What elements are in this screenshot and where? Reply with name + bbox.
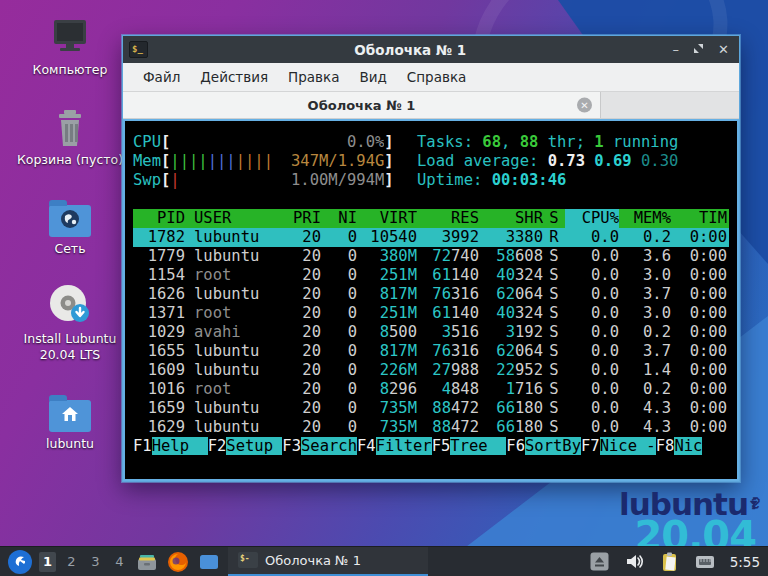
home-folder-icon <box>8 388 132 432</box>
desktop-icon-label: Компьютер <box>8 62 132 78</box>
fkey-f7[interactable]: F7Nice - <box>581 437 656 456</box>
terminal-task-icon: $- <box>238 552 258 568</box>
system-tray: 5:55 <box>588 550 760 574</box>
tab-label: Оболочка № 1 <box>123 98 600 113</box>
fkey-f3[interactable]: F3Search <box>282 437 357 456</box>
column-header-cpupct[interactable]: CPU% <box>565 209 619 228</box>
process-row[interactable]: 1154root200251M6114040324S0.03.00:00 <box>133 266 729 285</box>
menu-view[interactable]: Вид <box>349 65 396 89</box>
window-titlebar[interactable]: $_ Оболочка № 1 – ✕ <box>123 36 739 63</box>
process-row[interactable]: 1609lubuntu200226M2798822952S0.01.40:00 <box>133 361 729 380</box>
column-header-shr[interactable]: SHR <box>479 209 543 228</box>
menu-edit[interactable]: Правка <box>278 65 349 89</box>
desktop-icon-network[interactable]: Сеть <box>8 193 132 257</box>
hummingbird-logo-icon: 🕏 <box>748 496 762 512</box>
process-row[interactable]: 1371root200251M6114040324S0.03.00:00 <box>133 304 729 323</box>
column-header-virt[interactable]: VIRT <box>357 209 417 228</box>
taskbar-clock[interactable]: 5:55 <box>728 554 760 570</box>
taskbar-task-button[interactable]: $- Оболочка № 1 <box>228 547 428 576</box>
desktop-icon-home[interactable]: lubuntu <box>8 388 132 452</box>
process-row[interactable]: 1659lubuntu200735M8847266180S0.04.30:00 <box>133 399 729 418</box>
workspace-3[interactable]: 3 <box>87 552 104 572</box>
terminal-screen[interactable]: CPU[0.0%]Tasks: 68, 88 thr; 1 runningMem… <box>123 119 739 481</box>
task-button-label: Оболочка № 1 <box>265 553 361 568</box>
restore-button[interactable] <box>693 43 704 56</box>
column-header-user[interactable]: USER <box>185 209 281 228</box>
minimize-button[interactable]: – <box>673 43 680 56</box>
swap-meter: Swp[|1.00M/994M]Uptime: 00:03:46 <box>133 171 729 190</box>
process-row[interactable]: 1629lubuntu200735M8847266180S0.04.30:00 <box>133 418 729 437</box>
workspace-4[interactable]: 4 <box>111 552 128 572</box>
fkey-f5[interactable]: F5Tree <box>432 437 507 456</box>
htop-meters: CPU[0.0%]Tasks: 68, 88 thr; 1 runningMem… <box>133 133 729 190</box>
menu-bar: Файл Действия Правка Вид Справка <box>123 63 739 92</box>
column-header-s[interactable]: S <box>543 209 565 228</box>
workspace-1[interactable]: 1 <box>39 552 56 572</box>
fkey-f6[interactable]: F6SortBy <box>506 437 581 456</box>
install-disc-icon <box>8 283 132 327</box>
workspace-2[interactable]: 2 <box>63 552 80 572</box>
tab-bar: Оболочка № 1 ✕ <box>123 92 739 119</box>
desktop-icon-label: Корзина (пусто) <box>8 152 132 168</box>
qterminal-window: $_ Оболочка № 1 – ✕ Файл Действия Правка… <box>122 35 740 482</box>
blue-app-launcher-icon[interactable] <box>197 550 221 574</box>
process-table-header[interactable]: PIDUSERPRINIVIRTRESSHRSCPU%MEM%TIM <box>133 209 729 228</box>
desktop-icon-label: lubuntu <box>8 436 132 452</box>
fkey-f2[interactable]: F2Setup <box>208 437 283 456</box>
column-header-ni[interactable]: NI <box>321 209 357 228</box>
htop-process-table: PIDUSERPRINIVIRTRESSHRSCPU%MEM%TIM1782lu… <box>133 209 729 437</box>
terminal-tab[interactable]: Оболочка № 1 ✕ <box>123 92 601 118</box>
column-header-pid[interactable]: PID <box>133 209 185 228</box>
tab-close-icon[interactable]: ✕ <box>577 98 592 113</box>
desktop-icon-label: Install Lubuntu 20.04 LTS <box>8 331 132 362</box>
file-manager-launcher-icon[interactable] <box>135 550 159 574</box>
volume-icon[interactable] <box>623 550 647 574</box>
process-row[interactable]: 1029avahi200850035163192S0.00.20:00 <box>133 323 729 342</box>
desktop-icon-install-lubuntu[interactable]: Install Lubuntu 20.04 LTS <box>8 283 132 362</box>
close-button[interactable]: ✕ <box>718 43 729 56</box>
trash-icon <box>8 104 132 148</box>
terminal-app-icon: $_ <box>129 41 148 58</box>
fkey-f4[interactable]: F4Filter <box>357 437 432 456</box>
process-row[interactable]: 1779lubuntu200380M7274058608S0.03.60:00 <box>133 247 729 266</box>
network-folder-icon <box>8 193 132 237</box>
window-title: Оболочка № 1 <box>148 42 673 58</box>
column-header-mempct[interactable]: MEM% <box>619 209 671 228</box>
process-row[interactable]: 1655lubuntu200817M7631662064S0.03.70:00 <box>133 342 729 361</box>
htop-function-key-bar: F1Help F2Setup F3SearchF4FilterF5Tree F6… <box>133 437 729 456</box>
fkey-f1[interactable]: F1Help <box>133 437 208 456</box>
taskbar: 1 2 3 4 $- Оболочка № 1 <box>0 546 768 576</box>
process-row[interactable]: 1016root200829648481716S0.00.20:00 <box>133 380 729 399</box>
network-status-icon[interactable] <box>693 550 717 574</box>
menu-help[interactable]: Справка <box>397 65 476 89</box>
desktop-icon-computer[interactable]: Компьютер <box>8 14 132 78</box>
column-header-res[interactable]: RES <box>417 209 479 228</box>
app-menu-button[interactable] <box>8 550 32 574</box>
fkey-f8[interactable]: F8Nic <box>656 437 703 456</box>
desktop-icon-label: Сеть <box>8 241 132 257</box>
clipboard-icon[interactable] <box>658 550 682 574</box>
column-header-pri[interactable]: PRI <box>281 209 321 228</box>
memory-meter: Mem[|||||||||||347M/1.94G]Load average: … <box>133 152 729 171</box>
desktop: Компьютер Корзина (пусто) <box>0 0 768 576</box>
desktop-icon-trash[interactable]: Корзина (пусто) <box>8 104 132 168</box>
process-row[interactable]: 1626lubuntu200817M7631662064S0.03.70:00 <box>133 285 729 304</box>
menu-file[interactable]: Файл <box>133 65 190 89</box>
column-header-tim[interactable]: TIM <box>671 209 727 228</box>
computer-icon <box>8 14 132 58</box>
firefox-launcher-icon[interactable] <box>166 550 190 574</box>
menu-actions[interactable]: Действия <box>190 65 278 89</box>
desktop-icons: Компьютер Корзина (пусто) <box>8 14 132 478</box>
process-row-selected[interactable]: 1782lubuntu2001054039923380R0.00.20:00 <box>133 228 729 247</box>
eject-removable-media-icon[interactable] <box>588 550 612 574</box>
cpu-meter: CPU[0.0%]Tasks: 68, 88 thr; 1 running <box>133 133 729 152</box>
